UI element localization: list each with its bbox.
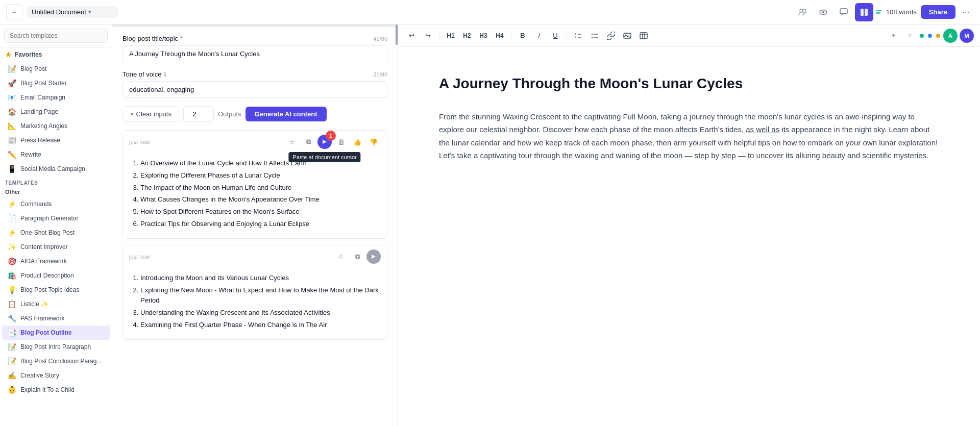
h1-button[interactable]: H1 [444, 28, 458, 43]
delete-button-1[interactable]: 🗑 [334, 135, 348, 149]
h3-button[interactable]: H3 [476, 28, 491, 43]
paste-cursor-button-2[interactable] [366, 249, 381, 264]
sidebar-item-rewrite[interactable]: ✏️Rewrite [2, 147, 110, 162]
sidebar-item-blog-post-outline[interactable]: 📑Blog Post Outline [2, 325, 110, 340]
back-button[interactable]: ← [6, 4, 22, 20]
sidebar-icon-one-shot-blog-post: ⚡ [7, 229, 16, 237]
sidebar-icon-landing-page: 🏠 [7, 108, 16, 116]
sidebar-item-blog-post-conclusion-parag[interactable]: 📝Blog Post Conclusion Parag... [2, 354, 110, 368]
sidebar-item-explain-it-to-a-child[interactable]: 👶Explain It To a Child [2, 383, 110, 397]
copy-button-2[interactable]: ⧉ [350, 249, 364, 264]
split-view-button[interactable] [855, 3, 873, 21]
sidebar-icon-blog-post-topic-ideas: 💡 [7, 286, 16, 294]
title-input[interactable] [122, 45, 387, 62]
paste-cursor-button-1[interactable]: 1 [317, 135, 332, 149]
sidebar-item-blog-post[interactable]: 📝Blog Post [2, 62, 110, 76]
share-button[interactable]: Share [921, 5, 955, 19]
clear-inputs-button[interactable]: × Clear inputs [122, 106, 179, 122]
svg-point-12 [592, 36, 593, 37]
title-form-group: Blog post title/topic * 41/80 [122, 35, 387, 62]
avatar-green: A [943, 29, 958, 43]
image-button[interactable] [620, 28, 634, 43]
sidebar-item-product-description[interactable]: 🛍️Product Description [2, 268, 110, 283]
bold-button[interactable]: B [516, 28, 530, 43]
h2-button[interactable]: H2 [460, 28, 474, 43]
sidebar-item-content-improver[interactable]: ✨Content Improver [2, 240, 110, 254]
more-options-button[interactable]: ··· [958, 4, 974, 20]
svg-point-11 [592, 33, 593, 34]
table-button[interactable] [636, 28, 651, 43]
doc-title-area[interactable]: Untitled Document ▾ [27, 6, 118, 18]
ordered-list-button[interactable]: 1. 2. [571, 28, 585, 43]
sidebar-item-pas-framework[interactable]: 🔧PAS Framework [2, 311, 110, 325]
sidebar-icon-explain-it-to-a-child: 👶 [7, 386, 16, 394]
output-card-1-actions: ☆ ⧉ 1 Paste at document cursor 🗑 [285, 135, 381, 149]
sidebar-other: ⚡Commands📄Paragraph Generator⚡One-Shot B… [0, 197, 112, 397]
title-char-count: 41/80 [373, 36, 387, 42]
sidebar-item-creative-story[interactable]: ✍️Creative Story [2, 368, 110, 383]
sidebar-item-social-media-campaign[interactable]: 📱Social Media Campaign [2, 162, 110, 176]
undo-button[interactable]: ↩ [404, 28, 419, 43]
editor-title: A Journey Through the Moon's Lunar Cycle… [439, 71, 939, 96]
magic-wand-button-1[interactable]: ✦ [886, 28, 900, 43]
sidebar-item-listicle[interactable]: 📋Listicle ✨ [2, 297, 110, 311]
middle-panel: Blog post title/topic * 41/80 Tone of vo… [112, 24, 398, 426]
generate-button[interactable]: Generate AI content [246, 107, 327, 121]
sidebar-icon-aida-framework: 🎯 [7, 257, 16, 265]
sidebar-item-one-shot-blog-post[interactable]: ⚡One-Shot Blog Post [2, 225, 110, 240]
output2-list: Introducing the Moon and Its Various Lun… [130, 273, 380, 331]
sidebar-item-aida-framework[interactable]: 🎯AIDA Framework [2, 254, 110, 268]
copy-button-1[interactable]: ⧉ [301, 135, 315, 149]
outputs-count-input[interactable] [183, 106, 214, 122]
bullet-list-button[interactable] [587, 28, 602, 43]
thumbup-button-1[interactable]: 👍 [350, 135, 364, 149]
redo-button[interactable]: ↪ [421, 28, 435, 43]
word-count: 108 words [875, 8, 917, 16]
editor-content[interactable]: A Journey Through the Moon's Lunar Cycle… [398, 47, 980, 426]
magic-wand-button-2[interactable]: ✧ [902, 28, 917, 43]
sidebar-label-social-media-campaign: Social Media Campaign [20, 165, 85, 172]
sidebar-item-landing-page[interactable]: 🏠Landing Page [2, 105, 110, 119]
star-button-1[interactable]: ☆ [285, 135, 299, 149]
eye-view-button[interactable] [814, 3, 832, 21]
output-card-2: just now ☆ ⧉ Intr [122, 245, 387, 340]
list-item: Introducing the Moon and Its Various Lun… [140, 273, 380, 284]
sidebar-icon-blog-post: 📝 [7, 65, 16, 73]
tone-char-count: 21/80 [373, 71, 387, 78]
sidebar-item-paragraph-generator[interactable]: 📄Paragraph Generator [2, 211, 110, 225]
sidebar-label-commands: Commands [20, 201, 52, 208]
chat-button[interactable] [835, 3, 853, 21]
sidebar-item-press-release[interactable]: 📰Press Release [2, 133, 110, 147]
sidebar-label-content-improver: Content Improver [20, 243, 68, 250]
sidebar-item-commands[interactable]: ⚡Commands [2, 197, 110, 211]
tone-input[interactable] [122, 81, 387, 98]
italic-button[interactable]: I [532, 28, 546, 43]
sidebar-icon-rewrite: ✏️ [7, 151, 16, 159]
avatar-purple: M [960, 29, 974, 43]
underline-button[interactable]: U [548, 28, 562, 43]
x-icon: × [130, 110, 134, 118]
paste-tooltip-1: Paste at document cursor [288, 152, 360, 162]
collab-icon [794, 3, 812, 21]
list-item: Practical Tips for Observing and Enjoyin… [140, 219, 380, 230]
sidebar-label-blog-post-starter: Blog Post Starter [20, 80, 67, 87]
tone-form-group: Tone of voice ℹ 21/80 [122, 70, 387, 98]
toolbar-divider-1 [439, 31, 439, 41]
sidebar-item-blog-post-topic-ideas[interactable]: 💡Blog Post Topic Ideas [2, 283, 110, 297]
sidebar-label-blog-post-topic-ideas: Blog Post Topic Ideas [20, 286, 79, 293]
list-item: Examining the First Quarter Phase - When… [140, 320, 380, 331]
sidebar-item-email-campaign[interactable]: 📧Email Campaign [2, 90, 110, 105]
output-card-2-body: Introducing the Moon and Its Various Lun… [123, 268, 387, 339]
paste-btn-container-1: 1 Paste at document cursor [317, 135, 332, 149]
output-card-1-header: just now ☆ ⧉ 1 Paste at document cursor [123, 131, 387, 153]
nav-icons: 108 words Share ··· [794, 3, 974, 21]
status-dot-green [920, 34, 924, 38]
sidebar-item-blog-post-intro-paragraph[interactable]: 📝Blog Post Intro Paragraph [2, 340, 110, 354]
search-input[interactable] [4, 29, 108, 43]
h4-button[interactable]: H4 [493, 28, 507, 43]
sidebar-item-blog-post-starter[interactable]: 🚀Blog Post Starter [2, 76, 110, 90]
star-button-2[interactable]: ☆ [334, 249, 348, 264]
link-button[interactable] [604, 28, 618, 43]
thumbdown-button-1[interactable]: 👎 [366, 135, 381, 149]
sidebar-item-marketing-angles[interactable]: 📐Marketing Angles [2, 119, 110, 133]
